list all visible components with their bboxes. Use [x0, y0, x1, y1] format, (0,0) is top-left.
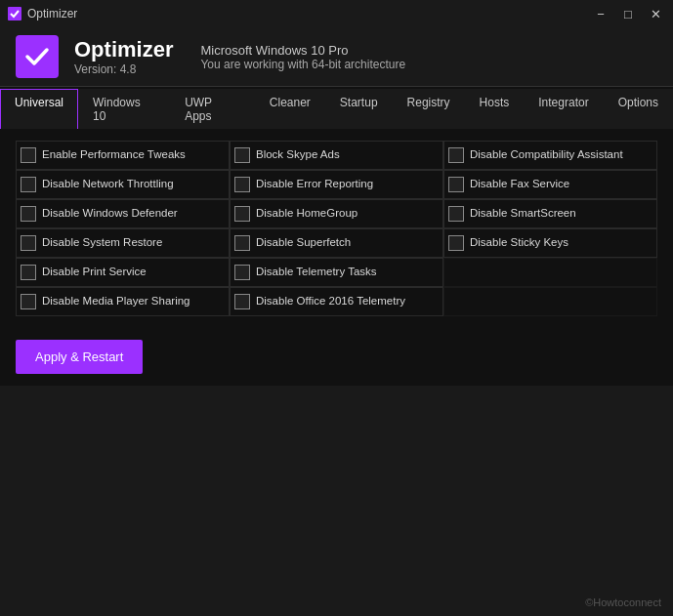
checkbox[interactable] — [448, 235, 464, 251]
option-item[interactable]: Enable Performance Tweaks — [16, 141, 230, 170]
app-header: Optimizer Version: 4.8 Microsoft Windows… — [0, 27, 673, 87]
watermark: ©Howtoconnect — [585, 596, 661, 608]
checkbox[interactable] — [21, 294, 36, 309]
apply-restart-button[interactable]: Apply & Restart — [16, 340, 143, 374]
option-label: Enable Performance Tweaks — [42, 148, 186, 162]
checkbox[interactable] — [234, 265, 250, 280]
option-item[interactable] — [443, 258, 657, 287]
minimize-button[interactable]: − — [591, 4, 610, 23]
tab-windows10[interactable]: Windows 10 — [78, 89, 170, 129]
option-label: Disable Sticky Keys — [470, 236, 568, 250]
header-text: Optimizer Version: 4.8 — [74, 37, 173, 76]
checkbox[interactable] — [21, 147, 36, 163]
title-bar-left: Optimizer — [8, 7, 77, 21]
checkbox[interactable] — [21, 206, 36, 222]
option-item[interactable]: Disable Print Service — [16, 258, 230, 287]
option-item[interactable]: Disable Windows Defender — [16, 199, 230, 228]
checkbox[interactable] — [21, 235, 36, 251]
option-label: Disable Windows Defender — [42, 207, 178, 221]
option-label: Disable Superfetch — [256, 236, 351, 250]
app-version: Version: 4.8 — [74, 62, 173, 76]
app-name: Optimizer — [74, 37, 173, 62]
header-info: Microsoft Windows 10 Pro You are working… — [200, 43, 405, 71]
option-item[interactable]: Disable Office 2016 Telemetry — [230, 287, 443, 316]
option-label: Disable Error Reporting — [256, 178, 373, 191]
tab-uwp-apps[interactable]: UWP Apps — [170, 89, 255, 129]
logo — [16, 35, 59, 78]
option-item[interactable]: Disable Sticky Keys — [443, 228, 657, 258]
tab-bar: Universal Windows 10 UWP Apps Cleaner St… — [0, 87, 673, 129]
checkbox[interactable] — [448, 177, 464, 192]
option-label: Disable SmartScreen — [470, 207, 576, 221]
checkbox[interactable] — [448, 147, 464, 163]
option-label: Disable Office 2016 Telemetry — [256, 295, 405, 308]
option-item[interactable]: Disable Fax Service — [443, 170, 657, 199]
app-icon — [8, 7, 21, 21]
option-label: Disable Telemetry Tasks — [256, 266, 377, 279]
option-label: Disable Compatibility Assistant — [470, 148, 623, 162]
option-label: Disable Media Player Sharing — [42, 295, 190, 308]
tab-integrator[interactable]: Integrator — [524, 89, 603, 129]
title-bar-controls: − □ ✕ — [591, 4, 665, 23]
option-label: Disable Print Service — [42, 266, 147, 279]
option-item[interactable]: Disable Media Player Sharing — [16, 287, 230, 316]
tab-cleaner[interactable]: Cleaner — [255, 89, 325, 129]
tab-options[interactable]: Options — [604, 89, 673, 129]
option-item[interactable]: Disable HomeGroup — [230, 199, 443, 228]
close-button[interactable]: ✕ — [646, 4, 665, 23]
tab-hosts[interactable]: Hosts — [465, 89, 525, 129]
option-item[interactable]: Disable Network Throttling — [16, 170, 230, 199]
title-bar-title: Optimizer — [27, 7, 77, 21]
checkbox[interactable] — [234, 294, 250, 309]
options-grid: Enable Performance TweaksBlock Skype Ads… — [16, 141, 657, 316]
option-item[interactable]: Disable Error Reporting — [230, 170, 443, 199]
option-label: Disable System Restore — [42, 236, 162, 250]
option-item[interactable]: Disable SmartScreen — [443, 199, 657, 228]
option-item[interactable] — [443, 287, 657, 316]
checkbox[interactable] — [234, 177, 250, 192]
option-label: Block Skype Ads — [256, 148, 340, 162]
tab-universal[interactable]: Universal — [0, 89, 78, 129]
check-icon — [23, 43, 51, 70]
tab-startup[interactable]: Startup — [325, 89, 393, 129]
checkbox[interactable] — [234, 147, 250, 163]
option-item[interactable]: Block Skype Ads — [230, 141, 443, 170]
option-label: Disable Fax Service — [470, 178, 569, 191]
checkbox[interactable] — [21, 177, 36, 192]
svg-rect-0 — [8, 7, 21, 21]
option-label: Disable HomeGroup — [256, 207, 358, 221]
checkbox[interactable] — [234, 235, 250, 251]
option-item[interactable]: Disable Telemetry Tasks — [230, 258, 443, 287]
title-bar: Optimizer − □ ✕ — [0, 0, 673, 27]
option-item[interactable]: Disable System Restore — [16, 228, 230, 258]
option-item[interactable]: Disable Superfetch — [230, 228, 443, 258]
checkbox[interactable] — [21, 265, 36, 280]
option-label: Disable Network Throttling — [42, 178, 174, 191]
maximize-button[interactable]: □ — [618, 4, 638, 23]
arch-info: You are working with 64-bit architecture — [200, 58, 405, 71]
option-item[interactable]: Disable Compatibility Assistant — [443, 141, 657, 170]
main-content: Enable Performance TweaksBlock Skype Ads… — [0, 129, 673, 386]
checkbox[interactable] — [448, 206, 464, 222]
checkbox[interactable] — [234, 206, 250, 222]
windows-name: Microsoft Windows 10 Pro — [200, 43, 405, 58]
tab-registry[interactable]: Registry — [393, 89, 465, 129]
